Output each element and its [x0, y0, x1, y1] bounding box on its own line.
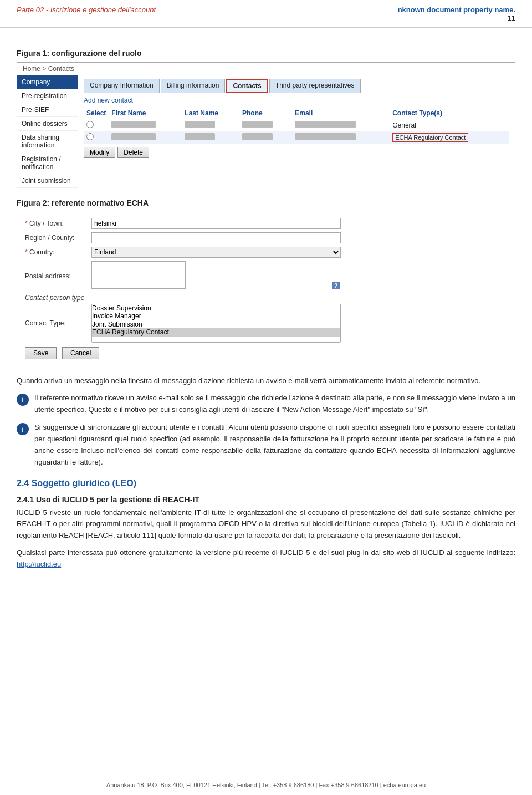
sidebar: Company Pre-registration Pre-SIEF Online… — [17, 75, 78, 188]
contact-person-type-section: Contact person type — [25, 294, 341, 302]
sidebar-item-registration[interactable]: Registration / notification — [17, 152, 78, 174]
sidebar-item-jointsubmission[interactable]: Joint submission — [17, 174, 78, 188]
help-icon[interactable]: ? — [332, 282, 340, 289]
row2-lastname — [185, 133, 215, 140]
postal-input[interactable] — [91, 261, 186, 289]
row1-contacttype: General — [390, 119, 509, 132]
ui-layout: Company Pre-registration Pre-SIEF Online… — [17, 75, 515, 188]
sidebar-item-preregistration[interactable]: Pre-registration — [17, 89, 78, 103]
contacts-table: Select First Name Last Name Phone Email … — [84, 108, 509, 144]
breadcrumb: Home > Contacts — [17, 63, 515, 75]
table-row: General — [84, 119, 509, 132]
sidebar-item-onlinedossiers[interactable]: Online dossiers — [17, 117, 78, 131]
sidebar-item-presief[interactable]: Pre-SIEF — [17, 103, 78, 117]
tab-company-information[interactable]: Company Information — [84, 79, 160, 93]
page-number: 11 — [398, 14, 515, 22]
row1-select[interactable] — [86, 121, 94, 128]
row1-lastname — [185, 121, 215, 128]
main-content: Figura 1: configurazione del ruolo Home … — [0, 33, 532, 587]
tab-bar: Company Information Billing information … — [84, 79, 509, 93]
save-button[interactable]: Save — [25, 347, 57, 359]
row2-contacttype: ECHA Regulatory Contact — [390, 131, 509, 144]
figure2-title: Figura 2: referente normativo ECHA — [17, 198, 515, 207]
action-buttons: Modify Delete — [84, 147, 509, 158]
row2-select[interactable] — [86, 133, 94, 140]
paragraph2: IUCLID 5 riveste un ruolo fondamentale n… — [17, 507, 515, 542]
page-info: nknown document property name. 11 — [398, 6, 515, 22]
page-footer: Annankatu 18, P.O. Box 400, FI-00121 Hel… — [0, 778, 532, 788]
info-icon-2: i — [17, 423, 29, 435]
option-joint: Joint Submission — [92, 320, 340, 328]
breadcrumb-text: Home > Contacts — [23, 65, 74, 73]
cancel-button[interactable]: Cancel — [62, 347, 99, 359]
contact-type-row: Contact Type: Dossier Supervision Invoic… — [25, 304, 341, 343]
info-text-2: Si suggerisce di sincronizzare gli accou… — [34, 422, 515, 468]
region-row: Region / County: — [25, 232, 341, 243]
row1-phone — [242, 121, 273, 128]
delete-button[interactable]: Delete — [117, 147, 149, 158]
col-email: Email — [292, 108, 390, 119]
figure1-ui-box: Home > Contacts Company Pre-registration… — [17, 62, 515, 188]
col-lastname: Last Name — [182, 108, 239, 119]
postal-label: Postal address: — [25, 272, 91, 280]
country-select[interactable]: Finland — [91, 247, 341, 258]
col-firstname: First Name — [109, 108, 182, 119]
contact-type-label: Contact Type: — [25, 319, 91, 327]
city-input[interactable] — [91, 218, 341, 229]
col-select: Select — [84, 108, 109, 119]
modify-button[interactable]: Modify — [84, 147, 115, 158]
sidebar-item-datasharing[interactable]: Data sharing information — [17, 131, 78, 152]
postal-textarea-wrapper: ? — [91, 261, 341, 291]
echa-contact-badge: ECHA Regulatory Contact — [392, 133, 468, 142]
row1-email — [295, 121, 356, 128]
sidebar-item-company[interactable]: Company — [17, 75, 78, 89]
figure2-form-box: City / Town: Region / County: Country: F… — [17, 212, 349, 365]
form-buttons: Save Cancel — [25, 347, 341, 359]
tab-third-party[interactable]: Third party representatives — [269, 79, 361, 93]
country-row: Country: Finland — [25, 247, 341, 258]
row2-firstname — [111, 133, 156, 140]
option-invoice: Invoice Manager — [92, 312, 340, 320]
row2-email — [295, 133, 356, 140]
tab-billing-information[interactable]: Billing information — [161, 79, 226, 93]
iuclid-link[interactable]: http://iuclid.eu — [17, 560, 61, 568]
country-label: Country: — [25, 248, 91, 256]
info-icon-1: i — [17, 394, 29, 406]
doc-property: nknown document property name. — [398, 6, 515, 14]
region-label: Region / County: — [25, 234, 91, 242]
section-24-heading: 2.4 Soggetto giuridico (LEO) — [17, 478, 515, 488]
table-row: ECHA Regulatory Contact — [84, 131, 509, 144]
contact-type-list[interactable]: Dossier Supervision Invoice Manager Join… — [91, 304, 341, 343]
main-area: Company Information Billing information … — [78, 75, 515, 188]
paragraph3-text: Qualsiasi parte interessata può ottenere… — [17, 548, 515, 557]
add-new-contact-link[interactable]: Add new contact — [84, 96, 509, 104]
tab-contacts[interactable]: Contacts — [226, 79, 268, 93]
paragraph1: Quando arriva un messaggio nella finestr… — [17, 375, 515, 387]
region-input[interactable] — [91, 232, 341, 243]
page-header: Parte 02 - Iscrizione e gestione dell'ac… — [0, 0, 532, 28]
figure1-title: Figura 1: configurazione del ruolo — [17, 49, 515, 58]
row1-firstname — [111, 121, 156, 128]
info-text-1: Il referente normativo riceve un avviso … — [34, 393, 515, 416]
section-241-heading: 2.4.1 Uso di IUCLID 5 per la gestione di… — [17, 495, 515, 504]
paragraph3: Qualsiasi parte interessata può ottenere… — [17, 547, 515, 570]
option-dossier: Dossier Supervision — [92, 304, 340, 312]
chapter-title: Parte 02 - Iscrizione e gestione dell'ac… — [17, 6, 156, 14]
info-bullet-2: i Si suggerisce di sincronizzare gli acc… — [17, 422, 515, 468]
city-row: City / Town: — [25, 218, 341, 229]
option-echa: ECHA Regulatory Contact — [92, 328, 340, 336]
city-label: City / Town: — [25, 220, 91, 227]
row2-phone — [242, 133, 273, 140]
info-bullet-1: i Il referente normativo riceve un avvis… — [17, 393, 515, 416]
col-phone: Phone — [239, 108, 292, 119]
col-contacttype: Contact Type(s) — [390, 108, 509, 119]
postal-row: Postal address: ? — [25, 261, 341, 291]
